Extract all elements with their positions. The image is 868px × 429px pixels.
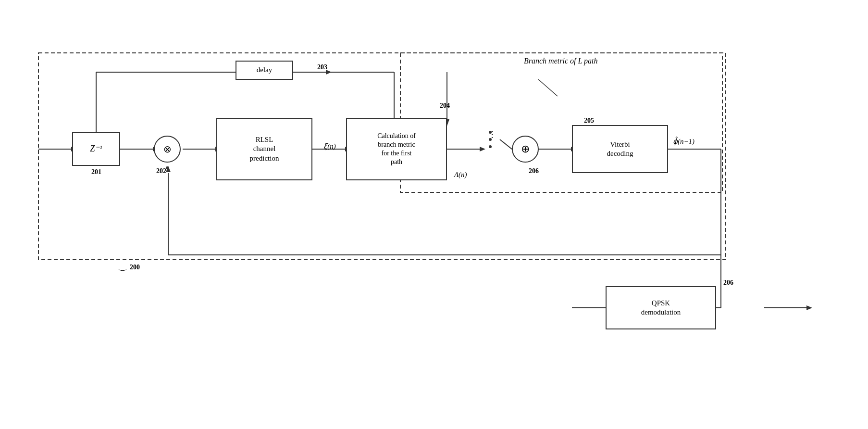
phi-hat-label: ϕ̂(n−1) bbox=[673, 137, 694, 146]
label-206-qpsk: 206 bbox=[723, 279, 733, 287]
svg-marker-24 bbox=[806, 305, 812, 310]
label-200: 200 bbox=[130, 264, 140, 271]
label-203: 203 bbox=[317, 63, 327, 71]
calc-branch-block: Calculation of branch metric for the fir… bbox=[346, 118, 447, 180]
qpsk-label: QPSK demodulation bbox=[641, 299, 681, 317]
multiplier-circle: ⊗ bbox=[154, 136, 181, 163]
viterbi-label: Viterbi decoding bbox=[607, 140, 633, 159]
label-206-sum: 206 bbox=[529, 167, 539, 175]
z-inverse-block: Z⁻¹ bbox=[72, 132, 120, 166]
xi-hat-label: ξ̂(n) bbox=[323, 142, 336, 151]
branch-metric-title: Branch metric of L path bbox=[524, 57, 597, 65]
adder-circle: ⊕ bbox=[512, 136, 539, 163]
diagram-container: Z⁻¹ ⊗ delay RLSL channel prediction Calc… bbox=[29, 24, 846, 399]
arrows-svg bbox=[29, 24, 846, 399]
dots-paths: ⋮ bbox=[488, 129, 497, 139]
svg-point-14 bbox=[489, 145, 492, 148]
rlsl-label: RLSL channel prediction bbox=[250, 135, 279, 164]
delay-block: delay bbox=[236, 61, 293, 80]
calc-branch-label: Calculation of branch metric for the fir… bbox=[377, 132, 416, 167]
svg-line-34 bbox=[538, 79, 558, 96]
brace-200: ⌒ bbox=[118, 260, 127, 273]
label-204: 204 bbox=[440, 102, 450, 110]
qpsk-block: QPSK demodulation bbox=[606, 286, 716, 329]
viterbi-block: Viterbi decoding bbox=[572, 125, 668, 173]
adder-symbol: ⊕ bbox=[521, 143, 530, 155]
delay-label: delay bbox=[257, 65, 272, 75]
label-205: 205 bbox=[584, 117, 594, 125]
label-202: 202 bbox=[156, 167, 166, 175]
rlsl-block: RLSL channel prediction bbox=[216, 118, 312, 180]
svg-marker-11 bbox=[480, 147, 485, 151]
z-inverse-label: Z⁻¹ bbox=[90, 143, 102, 154]
svg-line-15 bbox=[500, 139, 512, 149]
lambda-label: Λ(n) bbox=[454, 171, 467, 179]
svg-rect-1 bbox=[400, 53, 722, 192]
multiplier-symbol: ⊗ bbox=[163, 143, 172, 155]
label-201: 201 bbox=[91, 168, 101, 176]
